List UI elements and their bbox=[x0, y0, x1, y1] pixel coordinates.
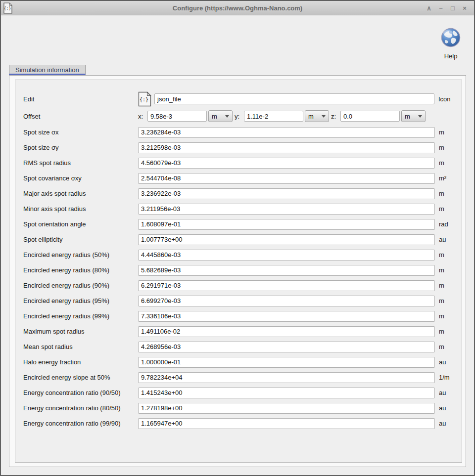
field-label: Spot size σx bbox=[23, 129, 138, 136]
field-row: Spot orientation anglerad bbox=[15, 216, 462, 232]
field-value-input[interactable] bbox=[138, 204, 435, 215]
json-file-icon: {:} bbox=[3, 2, 12, 14]
field-value-input[interactable] bbox=[138, 326, 435, 337]
field-unit: m bbox=[439, 328, 444, 335]
field-label: Encircled energy slope at 50% bbox=[23, 374, 138, 381]
field-row: Encircled energy radius (99%)m bbox=[15, 308, 462, 324]
field-value-input[interactable] bbox=[138, 357, 435, 368]
field-value-input[interactable] bbox=[138, 188, 435, 199]
field-value-input[interactable] bbox=[138, 311, 435, 322]
field-unit: m bbox=[439, 205, 444, 213]
field-unit: 1/m bbox=[439, 374, 450, 381]
help-button[interactable]: Help bbox=[439, 27, 463, 60]
fields-list: Spot size σxmSpot size σymRMS spot radiu… bbox=[15, 125, 462, 431]
field-unit: au bbox=[439, 358, 446, 366]
field-label: Minor axis spot radius bbox=[23, 205, 138, 213]
offset-z-input[interactable] bbox=[340, 111, 400, 122]
field-row: Halo energy fractionau bbox=[15, 354, 462, 370]
field-label: Mean spot radius bbox=[23, 343, 138, 350]
field-value-input[interactable] bbox=[138, 265, 435, 276]
field-row: Major axis spot radiusm bbox=[15, 186, 462, 201]
field-value-input[interactable] bbox=[138, 342, 435, 352]
globe-icon bbox=[440, 41, 461, 49]
shade-button[interactable]: ∧ bbox=[426, 1, 432, 15]
titlebar[interactable]: {:} Configure (https://www.Oghma-Nano.co… bbox=[1, 1, 474, 15]
field-label: RMS spot radius bbox=[23, 159, 138, 167]
field-label: Encircled energy radius (90%) bbox=[23, 282, 138, 289]
field-unit: au bbox=[439, 389, 446, 396]
field-value-input[interactable] bbox=[138, 372, 435, 383]
field-row: Energy concentration ratio (80/50)au bbox=[15, 400, 462, 416]
minimize-button[interactable]: − bbox=[437, 1, 444, 15]
offset-z-label: z: bbox=[331, 113, 338, 120]
field-label: Spot covariance σxy bbox=[23, 174, 138, 182]
offset-row: Offset x: m y: m z: m bbox=[15, 108, 462, 125]
field-unit: m bbox=[439, 282, 444, 289]
offset-z-unit-select[interactable]: m bbox=[401, 110, 426, 122]
field-value-input[interactable] bbox=[138, 234, 435, 245]
field-row: Spot size σym bbox=[15, 140, 462, 155]
field-unit: au bbox=[439, 404, 446, 412]
offset-y-label: y: bbox=[235, 113, 241, 120]
offset-x-label: x: bbox=[138, 113, 145, 120]
offset-x-input[interactable] bbox=[147, 111, 207, 122]
field-label: Spot ellipticity bbox=[23, 236, 138, 243]
edit-file-input[interactable] bbox=[154, 93, 434, 104]
field-value-input[interactable] bbox=[138, 250, 435, 260]
field-label: Encircled energy radius (50%) bbox=[23, 251, 138, 259]
unit-value: m bbox=[212, 113, 217, 120]
field-row: RMS spot radiusm bbox=[15, 155, 462, 171]
field-value-input[interactable] bbox=[138, 296, 435, 306]
field-label: Maximum spot radius bbox=[23, 328, 138, 335]
field-label: Encircled energy radius (95%) bbox=[23, 297, 138, 304]
field-value-input[interactable] bbox=[138, 219, 435, 230]
help-label: Help bbox=[439, 52, 463, 60]
field-value-input[interactable] bbox=[138, 142, 435, 153]
offset-x-unit-select[interactable]: m bbox=[208, 110, 233, 122]
field-row: Spot covariance σxym² bbox=[15, 171, 462, 186]
field-label: Major axis spot radius bbox=[23, 190, 138, 197]
field-row: Mean spot radiusm bbox=[15, 339, 462, 354]
window-title: Configure (https://www.Oghma-Nano.com) bbox=[1, 4, 474, 12]
field-unit: m bbox=[439, 190, 444, 197]
field-row: Encircled energy radius (95%)m bbox=[15, 293, 462, 308]
chevron-down-icon bbox=[225, 115, 229, 118]
maximize-button[interactable]: □ bbox=[449, 1, 456, 15]
field-unit: m bbox=[439, 144, 444, 151]
field-label: Spot size σy bbox=[23, 144, 138, 151]
svg-text:{:}: {:} bbox=[4, 6, 11, 11]
json-file-icon[interactable]: {:} bbox=[138, 91, 151, 107]
offset-y-unit-select[interactable]: m bbox=[305, 110, 329, 122]
field-value-input[interactable] bbox=[138, 418, 435, 429]
field-value-input[interactable] bbox=[138, 127, 435, 138]
field-label: Energy concentration ratio (80/50) bbox=[23, 404, 138, 412]
field-value-input[interactable] bbox=[138, 388, 435, 398]
field-row: Encircled energy slope at 50%1/m bbox=[15, 370, 462, 385]
close-button[interactable]: × bbox=[461, 1, 468, 15]
chevron-down-icon bbox=[418, 115, 422, 118]
offset-y-input[interactable] bbox=[244, 111, 303, 122]
field-row: Energy concentration ratio (99/90)au bbox=[15, 416, 462, 431]
field-unit: m bbox=[439, 343, 444, 350]
field-row: Spot ellipticityau bbox=[15, 232, 462, 247]
field-unit: m bbox=[439, 159, 444, 167]
field-row: Energy concentration ratio (90/50)au bbox=[15, 385, 462, 400]
field-row: Maximum spot radiusm bbox=[15, 324, 462, 339]
field-unit: Icon bbox=[438, 95, 451, 103]
svg-text:{:}: {:} bbox=[140, 97, 148, 102]
field-unit: au bbox=[439, 236, 446, 243]
unit-value: m bbox=[405, 113, 410, 120]
field-label: Spot orientation angle bbox=[23, 220, 138, 228]
field-unit: m bbox=[439, 266, 444, 274]
field-value-input[interactable] bbox=[138, 173, 435, 184]
field-unit: au bbox=[439, 420, 446, 427]
field-value-input[interactable] bbox=[138, 158, 435, 169]
field-value-input[interactable] bbox=[138, 403, 435, 414]
field-label: Edit bbox=[23, 95, 138, 103]
tab-simulation-information[interactable]: Simulation information bbox=[9, 65, 86, 75]
edit-row: Edit {:} Icon bbox=[15, 90, 462, 108]
field-value-input[interactable] bbox=[138, 280, 435, 291]
form-scroll-area: Edit {:} Icon Offset x: m bbox=[15, 80, 462, 463]
field-row: Spot size σxm bbox=[15, 125, 462, 140]
field-label: Offset bbox=[23, 113, 138, 120]
